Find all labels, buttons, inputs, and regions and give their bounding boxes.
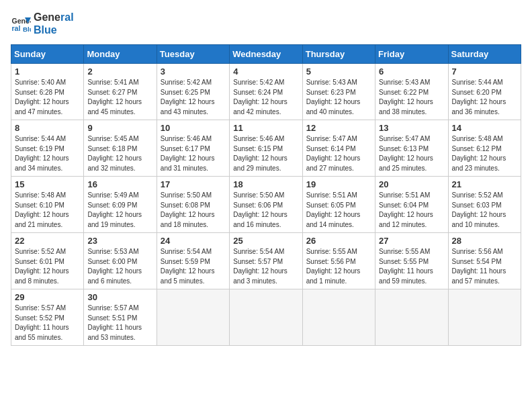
day-detail: Sunrise: 5:49 AM Sunset: 6:09 PM Dayligh… [87, 191, 152, 230]
day-number: 25 [233, 236, 298, 246]
weekday-header-wednesday: Wednesday [230, 45, 302, 64]
calendar-cell: 21Sunrise: 5:52 AM Sunset: 6:03 PM Dayli… [448, 177, 521, 233]
calendar-cell: 29Sunrise: 5:57 AM Sunset: 5:52 PM Dayli… [11, 289, 84, 346]
day-number: 27 [379, 236, 444, 246]
calendar-cell: 10Sunrise: 5:46 AM Sunset: 6:17 PM Dayli… [157, 120, 229, 177]
calendar-cell: 9Sunrise: 5:45 AM Sunset: 6:18 PM Daylig… [84, 120, 157, 177]
day-detail: Sunrise: 5:46 AM Sunset: 6:15 PM Dayligh… [233, 134, 298, 173]
calendar-cell: 15Sunrise: 5:48 AM Sunset: 6:10 PM Dayli… [11, 177, 84, 233]
day-detail: Sunrise: 5:56 AM Sunset: 5:54 PM Dayligh… [452, 247, 517, 286]
weekday-header-tuesday: Tuesday [157, 45, 229, 64]
day-number: 26 [306, 236, 371, 246]
day-number: 16 [87, 179, 152, 189]
calendar-cell: 19Sunrise: 5:51 AM Sunset: 6:05 PM Dayli… [302, 177, 375, 233]
day-detail: Sunrise: 5:52 AM Sunset: 6:01 PM Dayligh… [15, 247, 80, 286]
calendar-cell: 5Sunrise: 5:43 AM Sunset: 6:23 PM Daylig… [302, 64, 375, 120]
calendar-cell [302, 289, 375, 346]
day-detail: Sunrise: 5:55 AM Sunset: 5:56 PM Dayligh… [306, 247, 371, 286]
calendar-cell [375, 289, 448, 346]
calendar-cell: 12Sunrise: 5:47 AM Sunset: 6:14 PM Dayli… [302, 120, 375, 177]
day-detail: Sunrise: 5:50 AM Sunset: 6:06 PM Dayligh… [233, 191, 298, 230]
weekday-header-thursday: Thursday [302, 45, 375, 64]
calendar-cell: 22Sunrise: 5:52 AM Sunset: 6:01 PM Dayli… [11, 233, 84, 289]
calendar-cell: 27Sunrise: 5:55 AM Sunset: 5:55 PM Dayli… [375, 233, 448, 289]
day-number: 9 [87, 123, 152, 133]
page-header: Gene- ral Blue General Blue [11, 11, 521, 36]
day-number: 12 [306, 123, 371, 133]
day-detail: Sunrise: 5:53 AM Sunset: 6:00 PM Dayligh… [87, 247, 152, 286]
logo: Gene- ral Blue General Blue [11, 11, 74, 36]
day-number: 21 [452, 179, 517, 189]
calendar-cell: 4Sunrise: 5:42 AM Sunset: 6:24 PM Daylig… [230, 64, 302, 120]
calendar-cell: 8Sunrise: 5:44 AM Sunset: 6:19 PM Daylig… [11, 120, 84, 177]
day-number: 10 [161, 123, 226, 133]
calendar-cell: 1Sunrise: 5:40 AM Sunset: 6:28 PM Daylig… [11, 64, 84, 120]
day-detail: Sunrise: 5:57 AM Sunset: 5:52 PM Dayligh… [15, 304, 80, 342]
day-detail: Sunrise: 5:45 AM Sunset: 6:18 PM Dayligh… [87, 134, 152, 173]
calendar-cell: 24Sunrise: 5:54 AM Sunset: 5:59 PM Dayli… [157, 233, 229, 289]
day-number: 13 [379, 123, 444, 133]
day-number: 19 [306, 179, 371, 189]
day-detail: Sunrise: 5:57 AM Sunset: 5:51 PM Dayligh… [87, 304, 152, 342]
day-number: 15 [15, 179, 80, 189]
day-detail: Sunrise: 5:44 AM Sunset: 6:20 PM Dayligh… [452, 78, 517, 117]
day-number: 18 [233, 179, 298, 189]
day-number: 28 [452, 236, 517, 246]
logo-line1: General [34, 11, 74, 24]
day-detail: Sunrise: 5:51 AM Sunset: 6:04 PM Dayligh… [379, 191, 444, 230]
calendar-cell: 3Sunrise: 5:42 AM Sunset: 6:25 PM Daylig… [157, 64, 229, 120]
day-number: 17 [161, 179, 226, 189]
calendar-cell: 13Sunrise: 5:47 AM Sunset: 6:13 PM Dayli… [375, 120, 448, 177]
svg-text:Blue: Blue [23, 26, 31, 33]
day-number: 2 [87, 66, 152, 77]
weekday-header-saturday: Saturday [448, 45, 521, 64]
calendar-cell: 26Sunrise: 5:55 AM Sunset: 5:56 PM Dayli… [302, 233, 375, 289]
day-detail: Sunrise: 5:43 AM Sunset: 6:22 PM Dayligh… [379, 78, 444, 117]
day-number: 29 [15, 292, 80, 302]
day-detail: Sunrise: 5:46 AM Sunset: 6:17 PM Dayligh… [161, 134, 226, 173]
day-number: 8 [15, 123, 80, 133]
day-detail: Sunrise: 5:42 AM Sunset: 6:25 PM Dayligh… [161, 78, 226, 117]
calendar-cell: 7Sunrise: 5:44 AM Sunset: 6:20 PM Daylig… [448, 64, 521, 120]
calendar-cell: 23Sunrise: 5:53 AM Sunset: 6:00 PM Dayli… [84, 233, 157, 289]
day-detail: Sunrise: 5:47 AM Sunset: 6:13 PM Dayligh… [379, 134, 444, 173]
day-detail: Sunrise: 5:42 AM Sunset: 6:24 PM Dayligh… [233, 78, 298, 117]
logo-line2: Blue [34, 24, 74, 36]
day-number: 1 [15, 66, 80, 77]
day-detail: Sunrise: 5:48 AM Sunset: 6:10 PM Dayligh… [15, 191, 80, 230]
day-number: 30 [87, 292, 152, 302]
day-detail: Sunrise: 5:41 AM Sunset: 6:27 PM Dayligh… [87, 78, 152, 117]
calendar-cell [230, 289, 302, 346]
calendar-cell: 6Sunrise: 5:43 AM Sunset: 6:22 PM Daylig… [375, 64, 448, 120]
calendar-cell: 17Sunrise: 5:50 AM Sunset: 6:08 PM Dayli… [157, 177, 229, 233]
calendar-cell: 30Sunrise: 5:57 AM Sunset: 5:51 PM Dayli… [84, 289, 157, 346]
calendar-cell: 16Sunrise: 5:49 AM Sunset: 6:09 PM Dayli… [84, 177, 157, 233]
calendar-cell [448, 289, 521, 346]
weekday-header-monday: Monday [84, 45, 157, 64]
day-number: 7 [452, 66, 517, 77]
day-number: 5 [306, 66, 371, 77]
calendar-cell: 25Sunrise: 5:54 AM Sunset: 5:57 PM Dayli… [230, 233, 302, 289]
calendar-cell: 20Sunrise: 5:51 AM Sunset: 6:04 PM Dayli… [375, 177, 448, 233]
day-detail: Sunrise: 5:44 AM Sunset: 6:19 PM Dayligh… [15, 134, 80, 173]
day-number: 23 [87, 236, 152, 246]
day-detail: Sunrise: 5:54 AM Sunset: 5:59 PM Dayligh… [161, 247, 226, 286]
day-number: 14 [452, 123, 517, 133]
logo-icon: Gene- ral Blue [11, 13, 31, 34]
calendar-cell: 14Sunrise: 5:48 AM Sunset: 6:12 PM Dayli… [448, 120, 521, 177]
calendar-table: SundayMondayTuesdayWednesdayThursdayFrid… [11, 44, 521, 346]
weekday-header-friday: Friday [375, 45, 448, 64]
day-detail: Sunrise: 5:43 AM Sunset: 6:23 PM Dayligh… [306, 78, 371, 117]
calendar-cell: 18Sunrise: 5:50 AM Sunset: 6:06 PM Dayli… [230, 177, 302, 233]
day-number: 6 [379, 66, 444, 77]
day-detail: Sunrise: 5:50 AM Sunset: 6:08 PM Dayligh… [161, 191, 226, 230]
day-number: 4 [233, 66, 298, 77]
calendar-cell [157, 289, 229, 346]
weekday-header-sunday: Sunday [11, 45, 84, 64]
day-detail: Sunrise: 5:40 AM Sunset: 6:28 PM Dayligh… [15, 78, 80, 117]
day-detail: Sunrise: 5:52 AM Sunset: 6:03 PM Dayligh… [452, 191, 517, 230]
day-number: 3 [161, 66, 226, 77]
day-detail: Sunrise: 5:55 AM Sunset: 5:55 PM Dayligh… [379, 247, 444, 286]
calendar-cell: 2Sunrise: 5:41 AM Sunset: 6:27 PM Daylig… [84, 64, 157, 120]
calendar-cell: 28Sunrise: 5:56 AM Sunset: 5:54 PM Dayli… [448, 233, 521, 289]
